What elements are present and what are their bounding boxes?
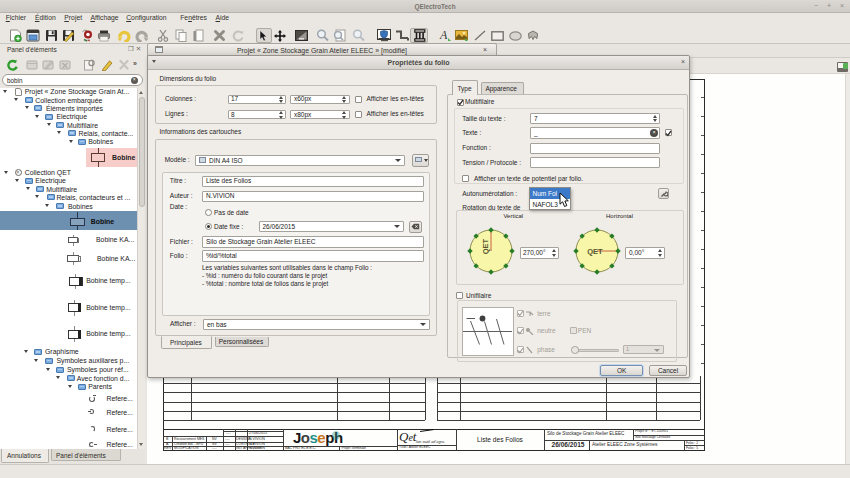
svg-text:QET: QET xyxy=(481,238,490,254)
svg-text:A: A xyxy=(439,29,448,42)
svg-text:QET: QET xyxy=(587,247,603,256)
